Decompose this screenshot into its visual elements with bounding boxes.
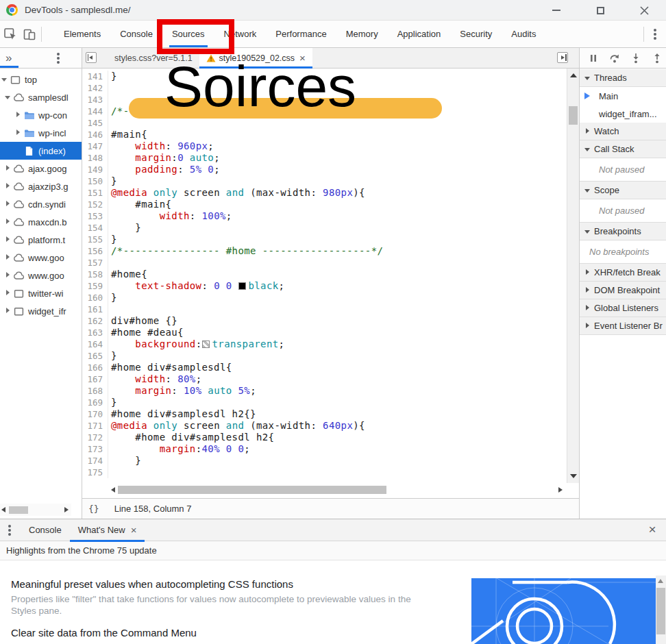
line-number[interactable]: 155 [82,234,108,245]
chevron-right-icon[interactable] [5,272,12,279]
thread-main[interactable]: Main [580,87,666,105]
drawer-menu-icon[interactable] [8,529,11,532]
tree-item-widget-ifr[interactable]: widget_ifr [0,302,82,320]
chevron-right-icon[interactable] [5,201,12,208]
line-number[interactable]: 143 [82,94,108,106]
chevron-right-icon[interactable] [15,112,22,119]
toolbar-tab-security[interactable]: Security [450,21,502,47]
debugger-section-xhr-fetch-break[interactable]: XHR/fetch Break [580,264,666,282]
line-number[interactable]: 146 [82,129,108,140]
step-out-button[interactable] [652,53,663,64]
line-number[interactable]: 175 [82,467,108,478]
line-number[interactable]: 168 [82,385,108,397]
toolbar-tab-audits[interactable]: Audits [502,21,545,47]
editor-vscrollbar[interactable] [567,69,579,483]
scroll-up-icon[interactable] [658,579,663,583]
pause-script-button[interactable] [588,53,599,64]
line-number[interactable]: 160 [82,292,108,304]
chevron-right-icon[interactable] [5,236,12,243]
line-number[interactable]: 172 [82,432,108,443]
line-number[interactable]: 164 [82,338,108,350]
line-number[interactable]: 157 [82,257,108,269]
thread-widget-ifram[interactable]: widget_ifram... [580,105,666,123]
toolbar-tab-console[interactable]: Console [110,21,162,47]
scroll-right-icon[interactable] [558,487,563,493]
tree-item-www-goo[interactable]: www.goo [0,249,82,267]
more-tabs-icon[interactable]: » [5,49,12,67]
toolbar-tab-elements[interactable]: Elements [54,21,110,47]
line-number[interactable]: 161 [82,304,108,315]
tree-item-index[interactable]: (index) [0,142,82,160]
line-number[interactable]: 149 [82,164,108,175]
hide-navigator-button[interactable] [86,52,97,63]
line-number[interactable]: 156 [82,245,108,257]
drawer-vscrollbar[interactable] [656,575,666,644]
chevron-right-icon[interactable] [5,165,12,172]
chevron-down-icon[interactable] [5,94,12,101]
step-over-button[interactable] [609,53,620,64]
line-number[interactable]: 170 [82,408,108,420]
chevron-right-icon[interactable] [5,308,12,314]
line-number[interactable]: 150 [82,175,108,187]
minimize-button[interactable] [534,0,578,21]
line-number[interactable]: 169 [82,397,108,408]
tree-item-maxcdn-b[interactable]: maxcdn.b [0,213,82,231]
line-number[interactable]: 151 [82,187,108,199]
scrollbar-thumb[interactable] [118,486,386,494]
line-number[interactable]: 174 [82,455,108,467]
maximize-button[interactable] [578,0,622,21]
line-number[interactable]: 171 [82,420,108,432]
line-number[interactable]: 154 [82,222,108,234]
line-number[interactable]: 145 [82,117,108,129]
close-button[interactable] [622,0,666,21]
line-number[interactable]: 173 [82,443,108,455]
line-number[interactable]: 148 [82,152,108,164]
tree-item-www-goo[interactable]: www.goo [0,267,82,284]
inspect-element-button[interactable] [1,25,19,43]
debugger-section-watch[interactable]: Watch [580,123,666,140]
line-number[interactable]: 167 [82,373,108,385]
scrollbar-thumb[interactable] [9,506,28,514]
tree-item-twitter-wi[interactable]: twitter-wi [0,284,82,302]
navigator-hscrollbar[interactable] [0,504,71,516]
line-number[interactable]: 159 [82,280,108,292]
line-number[interactable]: 162 [82,315,108,327]
debugger-section-global-listeners[interactable]: Global Listeners [580,299,666,317]
tree-item-wp-con[interactable]: wp-con [0,106,82,124]
line-number[interactable]: 147 [82,140,108,152]
scroll-up-icon[interactable] [570,73,577,77]
chevron-right-icon[interactable] [15,129,22,136]
debugger-section-threads[interactable]: Threads [580,69,666,87]
chevron-right-icon[interactable] [5,290,12,297]
line-number[interactable]: 153 [82,210,108,222]
navigator-menu-icon[interactable] [57,57,60,60]
debugger-section-event-listener-br[interactable]: Event Listener Br [580,317,666,335]
chevron-right-icon[interactable] [5,219,12,225]
close-tab-icon[interactable]: × [131,526,137,534]
step-into-button[interactable] [630,53,641,64]
scroll-left-icon[interactable] [111,487,115,493]
debugger-section-breakpoints[interactable]: Breakpoints [580,223,666,240]
toolbar-tab-performance[interactable]: Performance [266,21,336,47]
more-options-icon[interactable] [654,33,656,36]
close-drawer-button[interactable]: × [644,521,661,538]
chevron-right-icon[interactable] [5,183,12,190]
device-toolbar-button[interactable] [21,25,38,43]
drawer-tab-console[interactable]: Console [21,519,70,541]
line-number[interactable]: 152 [82,199,108,210]
debugger-section-dom-breakpoint[interactable]: DOM Breakpoint [580,282,666,299]
toolbar-tab-application[interactable]: Application [388,21,451,47]
tree-item-top[interactable]: top [0,71,82,88]
line-number[interactable]: 163 [82,327,108,338]
tree-item-samplesdl[interactable]: samplesdl [0,88,82,106]
editor-hscrollbar[interactable] [110,483,565,497]
tree-item-ajax-goog[interactable]: ajax.goog [0,160,82,177]
drawer-tab-what-s-new[interactable]: What's New× [70,519,145,541]
scroll-down-icon[interactable] [570,474,577,478]
color-swatch-transparent[interactable] [202,340,210,348]
show-debugger-button[interactable] [557,52,568,63]
line-number[interactable]: 166 [82,362,108,373]
color-swatch-black[interactable] [238,282,246,290]
debugger-section-call-stack[interactable]: Call Stack [580,140,666,158]
line-number[interactable]: 144 [82,106,108,117]
